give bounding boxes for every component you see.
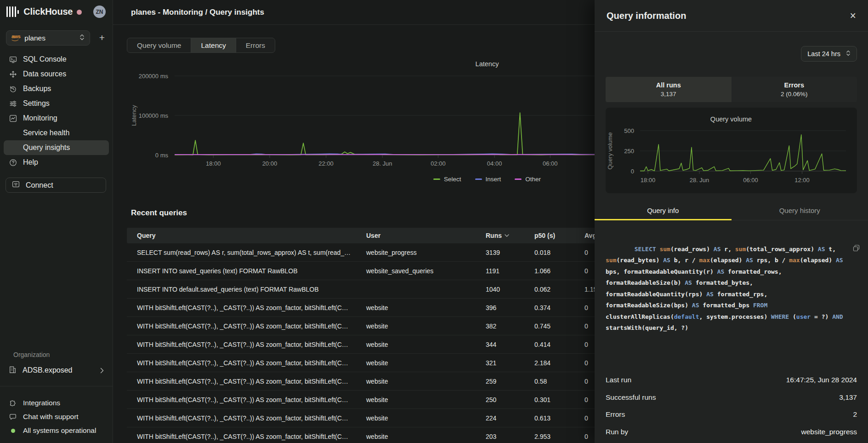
- cell-p50: 2.953: [534, 433, 584, 440]
- legend-item-insert[interactable]: Insert: [475, 176, 501, 183]
- sidebar-item-help[interactable]: Help: [4, 155, 109, 170]
- sidebar-item-backups[interactable]: Backups: [4, 81, 109, 96]
- column-header-runs[interactable]: Runs: [486, 232, 534, 239]
- tab-errors[interactable]: Errors: [236, 38, 275, 52]
- sidebar-item-system-status[interactable]: All systems operational: [4, 424, 109, 437]
- svg-text:18:00: 18:00: [206, 160, 221, 167]
- copy-icon[interactable]: [817, 233, 860, 267]
- sidebar-item-service-health[interactable]: Service health: [4, 126, 109, 140]
- sidebar-item-label: Monitoring: [23, 114, 57, 122]
- sort-chevron-icon: [505, 234, 509, 237]
- close-icon[interactable]: ×: [850, 11, 856, 21]
- stat-row: Last run16:47:25, Jun 28 2024: [606, 372, 857, 389]
- time-range-select[interactable]: Last 24 hrs: [801, 46, 857, 62]
- service-selector[interactable]: aws planes: [6, 30, 90, 46]
- svg-text:02:00: 02:00: [431, 160, 446, 167]
- stat-value: 2: [853, 410, 857, 419]
- svg-text:28. Jun: 28. Jun: [373, 160, 392, 167]
- sidebar-item-monitoring[interactable]: Monitoring: [4, 111, 109, 126]
- svg-text:06:00: 06:00: [743, 177, 758, 184]
- avatar[interactable]: ZN: [93, 6, 106, 18]
- chevron-updown-icon: [846, 50, 851, 58]
- puzzle-icon: [9, 399, 17, 407]
- column-header-query[interactable]: Query: [137, 232, 366, 239]
- tab-latency[interactable]: Latency: [191, 38, 236, 52]
- cell-user: website_progress: [366, 249, 486, 256]
- sidebar-item-label: Chat with support: [23, 413, 79, 421]
- legend-item-other[interactable]: Other: [515, 176, 541, 183]
- sidebar-item-sql-console[interactable]: SQL Console: [4, 52, 109, 67]
- sidebar-footer: IntegrationsChat with supportAll systems…: [4, 396, 109, 437]
- svg-text:04:00: 04:00: [487, 160, 502, 167]
- column-header-user[interactable]: User: [366, 232, 486, 239]
- cell-p50: 0.58: [534, 378, 584, 385]
- tab-query-volume[interactable]: Query volume: [127, 38, 191, 52]
- tab-query-history[interactable]: Query history: [732, 201, 868, 220]
- svg-text:500: 500: [624, 127, 634, 134]
- help-icon: [9, 158, 17, 167]
- legend-dash-icon: [515, 178, 522, 180]
- organization-switcher[interactable]: ADSB.exposed: [4, 363, 109, 378]
- add-service-button[interactable]: +: [96, 31, 108, 44]
- chevron-right-icon: [100, 368, 104, 374]
- breadcrumb: planes - Monitoring / Query insights: [131, 8, 264, 17]
- console-icon: [9, 55, 17, 63]
- sidebar-item-label: Backups: [23, 85, 51, 93]
- connect-button[interactable]: Connect: [6, 178, 106, 193]
- svg-text:06:00: 06:00: [543, 160, 558, 167]
- sidebar-item-query-insights[interactable]: Query insights: [4, 140, 109, 155]
- segment-all-runs[interactable]: All runs 3,137: [606, 77, 732, 102]
- cell-user: website: [366, 304, 486, 311]
- settings-icon: [9, 99, 17, 108]
- stat-row: Successful runs3,137: [606, 389, 857, 406]
- svg-text:250: 250: [624, 148, 634, 155]
- cell-runs: 203: [486, 433, 534, 440]
- recent-queries-title: Recent queries: [131, 208, 187, 218]
- cell-p50: 0.414: [534, 341, 584, 348]
- data-icon: [9, 70, 17, 78]
- cell-runs: 382: [486, 322, 534, 330]
- cell-user: website: [366, 414, 486, 422]
- legend-dash-icon: [475, 178, 482, 180]
- sidebar-item-settings[interactable]: Settings: [4, 96, 109, 111]
- svg-text:22:00: 22:00: [318, 160, 334, 167]
- aws-logo-icon: aws: [11, 34, 20, 41]
- monitoring-icon: [9, 114, 17, 122]
- cell-user: website: [366, 396, 486, 403]
- backups-icon: [9, 85, 17, 93]
- svg-text:0: 0: [631, 168, 634, 175]
- query-volume-chart: Query volumeQuery volume025050018:0028. …: [606, 108, 857, 193]
- cell-query: WITH bitShiftLeft(CAST(?..), _CAST(?..))…: [137, 414, 366, 422]
- stat-value: website_progress: [801, 428, 857, 436]
- sidebar-item-data-sources[interactable]: Data sources: [4, 67, 109, 81]
- sidebar-item-integrations[interactable]: Integrations: [4, 396, 109, 410]
- segment-errors[interactable]: Errors 2 (0.06%): [732, 77, 857, 102]
- organization-icon: [9, 366, 17, 375]
- tab-query-info[interactable]: Query info: [595, 201, 732, 220]
- organization-section-label: Organization: [13, 351, 50, 358]
- legend-label: Other: [525, 176, 541, 183]
- svg-text:Latency: Latency: [476, 60, 499, 68]
- column-header-p50[interactable]: p50 (s): [534, 232, 584, 239]
- sidebar: ClickHouse ZN aws planes + SQL ConsoleDa…: [0, 0, 113, 443]
- sidebar-item-chat-support[interactable]: Chat with support: [4, 410, 109, 424]
- cell-user: website: [366, 341, 486, 348]
- svg-text:28. Jun: 28. Jun: [690, 177, 709, 184]
- stat-row: Avg. Written Rows0: [606, 441, 857, 443]
- stat-label: Last run: [606, 376, 631, 384]
- cell-query: WITH bitShiftLeft(CAST(?..), _CAST(?..))…: [137, 322, 366, 330]
- legend-item-select[interactable]: Select: [433, 176, 461, 183]
- cell-p50: 0.018: [534, 249, 584, 256]
- cell-query: WITH bitShiftLeft(CAST(?..), _CAST(?..))…: [137, 304, 366, 311]
- cell-p50: 0.745: [534, 322, 584, 330]
- cell-user: website_saved_queries: [366, 267, 486, 275]
- brand-name: ClickHouse: [23, 6, 73, 17]
- clickhouse-bars-icon: [6, 6, 19, 17]
- sidebar-item-label: Settings: [23, 99, 50, 108]
- clickhouse-logo[interactable]: ClickHouse: [6, 6, 73, 17]
- cell-p50: 0.613: [534, 414, 584, 422]
- connect-label: Connect: [26, 181, 53, 190]
- svg-text:200000 ms: 200000 ms: [139, 73, 169, 80]
- legend-label: Select: [444, 176, 461, 183]
- chat-icon: [9, 413, 17, 421]
